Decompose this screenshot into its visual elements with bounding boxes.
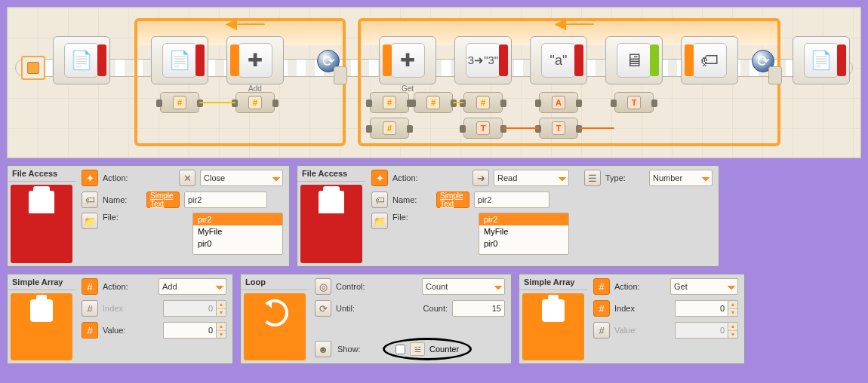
block-text[interactable]: "a" xyxy=(530,36,587,84)
label: Action: xyxy=(614,282,654,291)
value-field[interactable] xyxy=(163,322,216,339)
port-get-out[interactable]: # xyxy=(414,92,453,113)
panel-swatch xyxy=(300,185,362,263)
action-icon: ✦ xyxy=(82,170,98,186)
panel-title: Simple Array xyxy=(8,274,75,290)
label: Until: xyxy=(336,304,392,313)
panel-swatch xyxy=(11,185,72,263)
list-item[interactable]: pir0 xyxy=(479,237,568,250)
hash-icon: # xyxy=(82,278,98,295)
list-item[interactable]: MyFile xyxy=(479,225,568,237)
value-field xyxy=(675,322,728,339)
control-select[interactable]: Count xyxy=(422,278,505,295)
list-item[interactable]: MyFile xyxy=(193,225,282,237)
hash-icon: # xyxy=(82,300,98,317)
config-panels: File Access ✦ Action: ✕ Close 🏷 Name: Si… xyxy=(0,158,868,371)
simple-text-link[interactable]: Simple Text xyxy=(436,192,469,208)
file-listbox[interactable]: pir2 MyFile pir0 xyxy=(192,213,283,255)
block-accent xyxy=(195,44,205,76)
wire xyxy=(453,102,463,103)
block-array-get[interactable]: ✚ Get xyxy=(379,36,436,84)
list-item[interactable]: pir0 xyxy=(193,237,282,250)
wire xyxy=(199,102,235,103)
port-text-a[interactable]: A xyxy=(539,92,578,113)
panel-array-add: Simple Array # Action: Add # Index ▲▼ # … xyxy=(7,274,233,364)
plus-icon: ✚ xyxy=(390,43,425,78)
loop-1-cfg-icon xyxy=(334,66,347,84)
port-file-read-num[interactable]: # xyxy=(160,92,199,113)
name-field[interactable] xyxy=(474,192,549,208)
label: Control: xyxy=(336,282,392,291)
port-get-val[interactable]: # xyxy=(370,118,409,139)
name-icon: 🏷 xyxy=(371,192,388,208)
wire xyxy=(503,127,539,129)
label: Show: xyxy=(337,345,377,354)
type-icon: ☰ xyxy=(584,170,601,186)
file-icon: 📄 xyxy=(64,43,99,78)
write-icon: 🏷 xyxy=(692,43,727,78)
action-select[interactable]: Read xyxy=(494,170,569,186)
loop-arrow-icon: ◄─── xyxy=(551,20,588,27)
index-field[interactable] xyxy=(675,300,728,317)
block-file-write-2[interactable]: 🏷 xyxy=(681,36,738,84)
action-icon: ✦ xyxy=(371,170,388,186)
name-field[interactable] xyxy=(184,192,267,208)
stepper[interactable]: ▲▼ xyxy=(216,322,226,339)
label: Index xyxy=(103,304,142,313)
loop-2-cfg-icon xyxy=(768,66,782,84)
block-accent xyxy=(685,44,694,76)
hash-icon: # xyxy=(82,322,98,339)
list-item[interactable]: pir2 xyxy=(479,213,568,225)
panel-file-read: File Access ✦ Action: ➜ Read 🏷 Name: Sim… xyxy=(297,165,719,267)
list-item[interactable]: pir2 xyxy=(193,213,282,225)
block-display[interactable]: 🖥 xyxy=(605,36,663,84)
block-accent xyxy=(383,44,392,76)
label: Value: xyxy=(103,326,142,335)
block-file-read[interactable]: 📄 xyxy=(151,36,208,84)
port-array-add-num[interactable]: # xyxy=(235,92,275,113)
panel-title: Loop xyxy=(241,274,309,290)
block-accent xyxy=(230,44,239,76)
count-field[interactable] xyxy=(452,300,505,317)
port-n2t-out[interactable]: T xyxy=(463,118,503,139)
label: File: xyxy=(392,213,432,222)
label: Name: xyxy=(103,195,142,204)
file-icon xyxy=(319,191,344,213)
label: Action: xyxy=(392,173,432,182)
hash-icon: # xyxy=(593,300,610,317)
type-select[interactable]: Number xyxy=(649,170,713,186)
action-select[interactable]: Add xyxy=(159,278,226,295)
file-icon: 📄 xyxy=(804,43,839,78)
port-get-idx[interactable]: # xyxy=(370,92,409,113)
action-select[interactable]: Close xyxy=(200,170,283,186)
start-stud xyxy=(21,56,45,80)
panel-title: Simple Array xyxy=(519,274,587,290)
panel-title: File Access xyxy=(8,166,75,182)
simple-text-link[interactable]: Simple Text xyxy=(146,192,180,208)
file-listbox[interactable]: pir2 MyFile pir0 xyxy=(479,213,569,255)
port-text-out[interactable]: T xyxy=(539,118,578,139)
stepper[interactable]: ▲▼ xyxy=(728,300,738,317)
label: Action: xyxy=(103,173,142,182)
block-file-tail[interactable]: 📄 xyxy=(793,36,850,84)
counter-checkbox[interactable] xyxy=(396,345,405,354)
stepper: ▲▼ xyxy=(216,300,226,317)
panel-swatch xyxy=(244,293,306,360)
hash-icon: # xyxy=(593,322,610,339)
control-icon: ◎ xyxy=(315,278,331,295)
text-icon: "a" xyxy=(541,43,576,78)
block-array-add[interactable]: ✚ Add xyxy=(226,36,284,84)
panel-title: File Access xyxy=(297,166,365,182)
block-file-close[interactable]: 📄 xyxy=(53,36,110,84)
panel-swatch xyxy=(11,293,72,360)
stepper: ▲▼ xyxy=(728,322,738,339)
label: Action: xyxy=(103,282,142,291)
action-select[interactable]: Get xyxy=(670,278,738,295)
block-num-to-text[interactable]: 3➜"3" xyxy=(454,36,512,84)
program-canvas[interactable]: 📄 ◄─── 📄 # ✚ Add # ◄─── ✚ Get # # # 3➜"3… xyxy=(7,7,861,158)
port-n2t-in[interactable]: # xyxy=(463,92,503,113)
display-icon: 🖥 xyxy=(617,43,651,78)
label: File: xyxy=(103,213,142,222)
block-accent xyxy=(650,44,659,76)
port-display-in[interactable]: T xyxy=(614,92,654,113)
